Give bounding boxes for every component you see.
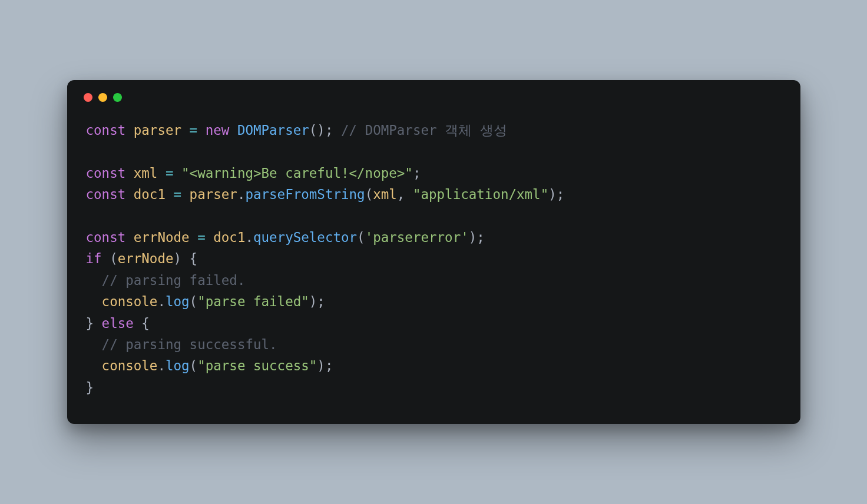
space: [206, 230, 214, 245]
window-titlebar: [67, 80, 800, 102]
var-errnode: errNode: [134, 230, 190, 245]
space: [181, 187, 190, 202]
keyword-new: new: [206, 122, 230, 138]
string-xml: "<warning>Be careful!</nope>": [181, 165, 413, 181]
dot: .: [157, 358, 166, 373]
space: [94, 316, 102, 331]
space: [190, 230, 198, 245]
keyword-const: const: [86, 122, 126, 138]
brace-close: }: [86, 316, 94, 331]
space: [229, 122, 237, 138]
var-xml: xml: [134, 165, 158, 181]
string-success: "parse success": [197, 358, 317, 373]
brace-open: {: [190, 251, 198, 266]
fn-log: log: [166, 294, 190, 309]
paren-open: (: [190, 294, 198, 309]
paren-open: (: [357, 230, 365, 245]
space: [197, 122, 206, 138]
fn-queryselector: querySelector: [253, 230, 357, 245]
space: [166, 187, 174, 202]
close-icon[interactable]: [84, 93, 92, 102]
paren-open: (: [365, 187, 373, 202]
code-window: const parser = new DOMParser(); // DOMPa…: [67, 80, 800, 425]
brace-close: }: [86, 380, 94, 395]
string-failed: "parse failed": [197, 294, 309, 309]
var-parser: parser: [134, 122, 181, 138]
keyword-if: if: [86, 251, 102, 266]
zoom-icon[interactable]: [113, 93, 122, 102]
indent: [86, 294, 102, 309]
keyword-else: else: [102, 316, 134, 331]
op-equals: =: [166, 165, 174, 181]
dot: .: [157, 294, 166, 309]
space: [125, 122, 134, 138]
space: [125, 187, 134, 202]
var-errnode: errNode: [118, 251, 174, 266]
keyword-const: const: [86, 187, 126, 202]
op-equals: =: [174, 187, 182, 202]
code-block: const parser = new DOMParser(); // DOMPa…: [67, 102, 800, 425]
paren-close: ): [317, 122, 325, 138]
paren-close: ): [469, 230, 477, 245]
space: [125, 165, 134, 181]
paren-close: ): [174, 251, 182, 266]
semicolon: ;: [413, 165, 421, 181]
string-parsererror: 'parsererror': [365, 230, 469, 245]
space: [157, 165, 166, 181]
dot: .: [245, 230, 253, 245]
space: [333, 122, 341, 138]
comment-success: // parsing successful.: [102, 337, 277, 352]
var-doc1: doc1: [134, 187, 166, 202]
space: [102, 251, 110, 266]
var-doc1: doc1: [213, 230, 245, 245]
paren-open: (: [110, 251, 118, 266]
space: [134, 316, 142, 331]
semicolon: ;: [476, 230, 485, 245]
var-parser: parser: [190, 187, 237, 202]
comma: ,: [397, 187, 405, 202]
paren-close: ): [309, 294, 317, 309]
dot: .: [237, 187, 246, 202]
space: [181, 251, 190, 266]
paren-open: (: [190, 358, 198, 373]
paren-open: (: [309, 122, 317, 138]
semicolon: ;: [557, 187, 565, 202]
space: [181, 122, 190, 138]
semicolon: ;: [325, 358, 333, 373]
var-console: console: [102, 294, 158, 309]
var-xml: xml: [373, 187, 397, 202]
paren-close: ): [317, 358, 325, 373]
string-mime: "application/xml": [413, 187, 548, 202]
op-equals: =: [190, 122, 198, 138]
indent: [86, 337, 102, 352]
fn-log: log: [166, 358, 190, 373]
comment-failed: // parsing failed.: [102, 273, 246, 288]
comment-line: // DOMParser 객체 생성: [341, 122, 507, 138]
space: [405, 187, 413, 202]
var-console: console: [102, 358, 158, 373]
keyword-const: const: [86, 165, 126, 181]
semicolon: ;: [325, 122, 333, 138]
semicolon: ;: [317, 294, 325, 309]
op-equals: =: [197, 230, 206, 245]
indent: [86, 358, 102, 373]
keyword-const: const: [86, 230, 126, 245]
minimize-icon[interactable]: [98, 93, 107, 102]
brace-open: {: [141, 316, 150, 331]
class-domparser: DOMParser: [237, 122, 309, 138]
space: [125, 230, 134, 245]
fn-parsefromstring: parseFromString: [245, 187, 365, 202]
indent: [86, 273, 102, 288]
paren-close: ): [548, 187, 557, 202]
space: [174, 165, 182, 181]
